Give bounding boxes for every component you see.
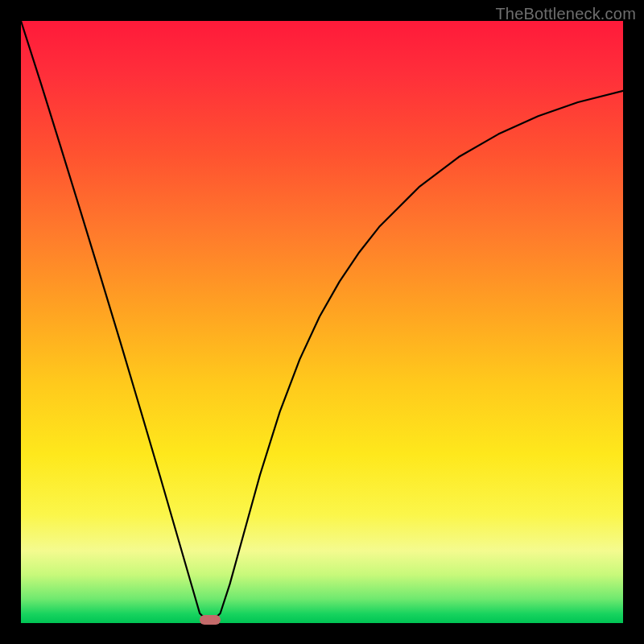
minimum-marker [200, 615, 221, 625]
bottleneck-curve [21, 21, 623, 623]
plot-area [21, 21, 623, 623]
chart-stage: TheBottleneck.com [0, 0, 644, 644]
curve-svg [21, 21, 623, 623]
